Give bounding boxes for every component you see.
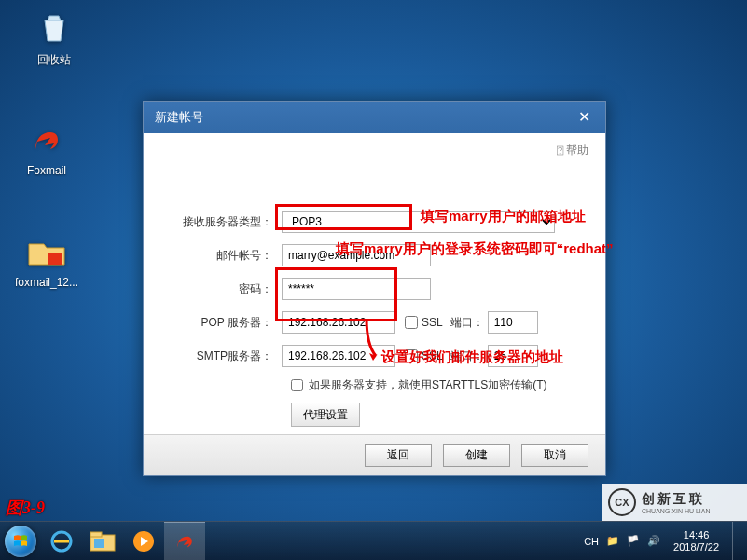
ssl-label: SSL bbox=[422, 316, 443, 329]
taskbar-clock[interactable]: 14:46 2018/7/22 bbox=[668, 529, 725, 552]
pop-server-input[interactable] bbox=[282, 311, 395, 334]
figure-number: 图3-9 bbox=[6, 497, 45, 519]
tray-flag-icon[interactable]: 🏳️ bbox=[627, 535, 640, 547]
pop-ssl-checkbox[interactable] bbox=[405, 316, 418, 329]
desktop-icon-foxmail[interactable]: Foxmail bbox=[9, 119, 84, 177]
port-label: 端口： bbox=[450, 348, 484, 364]
tray-volume-icon[interactable]: 🔊 bbox=[647, 535, 660, 547]
recycle-bin-icon bbox=[34, 7, 75, 48]
taskbar: CH 📁 🏳️ 🔊 14:46 2018/7/22 bbox=[0, 521, 747, 560]
label-smtp: SMTP服务器： bbox=[164, 348, 282, 364]
back-button[interactable]: 返回 bbox=[365, 444, 432, 467]
server-type-select[interactable]: POP3 bbox=[282, 211, 555, 233]
new-account-dialog: 新建帐号 ✕ ⍰ 帮助 接收服务器类型： POP3 邮件帐号： 密码： POP … bbox=[143, 101, 606, 476]
dialog-titlebar[interactable]: 新建帐号 ✕ bbox=[144, 102, 605, 133]
watermark-brand: 创新互联 bbox=[642, 491, 711, 508]
svg-rect-4 bbox=[94, 539, 104, 548]
close-icon[interactable]: ✕ bbox=[562, 102, 605, 133]
account-input[interactable] bbox=[282, 244, 431, 266]
starttls-checkbox[interactable] bbox=[291, 379, 303, 391]
label-server-type: 接收服务器类型： bbox=[164, 214, 282, 230]
smtp-port-input[interactable] bbox=[488, 345, 538, 367]
tray-folder-icon[interactable]: 📁 bbox=[606, 535, 619, 547]
pop-port-input[interactable] bbox=[488, 311, 538, 334]
desktop-icon-label: 回收站 bbox=[17, 52, 91, 68]
taskbar-foxmail-icon[interactable] bbox=[164, 522, 205, 561]
watermark-logo: CX 创新互联 CHUANG XIN HU LIAN bbox=[602, 484, 747, 521]
desktop-icon-recycle[interactable]: 回收站 bbox=[17, 7, 91, 68]
smtp-ssl-checkbox[interactable] bbox=[405, 349, 418, 362]
taskbar-media-player-icon[interactable] bbox=[123, 522, 164, 561]
cancel-button[interactable]: 取消 bbox=[521, 444, 588, 467]
proxy-settings-button[interactable]: 代理设置 bbox=[291, 403, 360, 427]
foxmail-icon bbox=[26, 119, 67, 160]
taskbar-ie-icon[interactable] bbox=[41, 522, 82, 561]
label-pop: POP 服务器： bbox=[164, 315, 282, 331]
desktop-icon-label: foxmail_12... bbox=[9, 276, 84, 289]
svg-rect-3 bbox=[90, 532, 102, 537]
watermark-pinyin: CHUANG XIN HU LIAN bbox=[642, 508, 711, 514]
windows-logo-icon bbox=[5, 526, 36, 557]
starttls-label: 如果服务器支持，就使用STARTTLS加密传输(T) bbox=[309, 377, 547, 393]
system-tray: CH 📁 🏳️ 🔊 14:46 2018/7/22 bbox=[584, 522, 747, 561]
language-indicator[interactable]: CH bbox=[584, 536, 599, 547]
label-password: 密码： bbox=[164, 281, 282, 297]
svg-rect-0 bbox=[48, 253, 62, 265]
start-button[interactable] bbox=[0, 522, 41, 561]
dialog-button-bar: 返回 创建 取消 bbox=[144, 434, 605, 475]
ssl-label: SSL bbox=[422, 349, 443, 362]
password-input[interactable] bbox=[282, 278, 431, 300]
desktop-icon-foxmail-archive[interactable]: foxmail_12... bbox=[9, 231, 84, 289]
archive-folder-icon bbox=[26, 231, 67, 272]
create-button[interactable]: 创建 bbox=[443, 444, 510, 467]
dialog-title: 新建帐号 bbox=[155, 110, 203, 124]
taskbar-explorer-icon[interactable] bbox=[82, 522, 123, 561]
watermark-icon: CX bbox=[608, 488, 636, 516]
smtp-server-input[interactable] bbox=[282, 345, 395, 367]
desktop-icon-label: Foxmail bbox=[9, 164, 84, 177]
port-label: 端口： bbox=[450, 315, 484, 331]
show-desktop-button[interactable] bbox=[732, 522, 743, 561]
label-account: 邮件帐号： bbox=[164, 248, 282, 264]
help-link[interactable]: ⍰ 帮助 bbox=[557, 143, 588, 158]
